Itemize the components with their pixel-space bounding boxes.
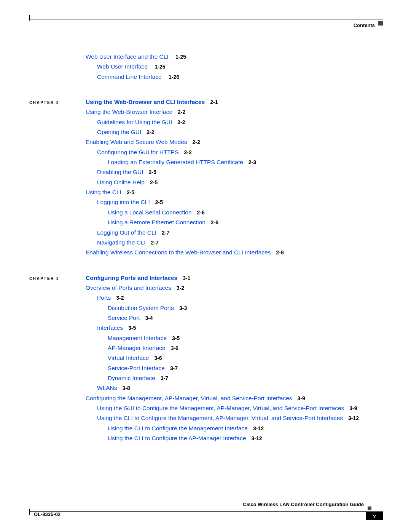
toc-link[interactable]: Opening the GUI [97,129,141,135]
toc-link[interactable]: Using a Remote Ethernet Connection [108,219,206,225]
toc-link[interactable]: Logging Out of the CLI [97,229,156,236]
toc-link[interactable]: Using the CLI to Configure the Managemen… [97,415,343,421]
toc-entry: Using the Web-Browser Interface2-2 [86,107,383,117]
chapter-heading-row: CHAPTER 3 Configuring Ports and Interfac… [29,273,383,283]
header-section-label: Contents [354,21,375,30]
page-ref: 3-7 [170,365,178,371]
toc-entry: Logging into the CLI2-5 [97,197,383,207]
toc-link[interactable]: Using a Local Serial Connection [108,209,192,216]
page-ref: 2-5 [155,199,163,205]
chapter-3-items: Overview of Ports and Interfaces3-2Ports… [29,283,383,444]
toc-link[interactable]: Enabling Wireless Connections to the Web… [86,249,271,256]
page-ref: 2-7 [151,240,159,246]
toc-link[interactable]: Using Online Help [97,179,145,185]
footer-tick [29,509,30,515]
header-rule [29,19,383,19]
toc-link[interactable]: Ports [97,294,111,301]
toc-link[interactable]: Service-Port Interface [108,365,165,371]
chapter-2-items: Using the Web-Browser Interface2-2Guidel… [29,107,383,257]
toc-entry: Virtual Interface3-6 [108,353,383,363]
page-ref: 3-2 [177,285,184,291]
toc-entry: WLANs3-8 [97,383,383,393]
toc-link[interactable]: Service Port [108,315,140,321]
page-ref: 3-5 [128,325,136,331]
page-ref: 3-1 [183,274,190,283]
toc-entry: Disabling the GUI2-5 [97,167,383,177]
toc-link[interactable]: Guidelines for Using the GUI [97,119,172,125]
toc-link[interactable]: Configuring the GUI for HTTPS [97,149,179,155]
page-ref: 3-9 [349,405,357,411]
page-ref: 2-1 [210,98,218,107]
toc-entry: Using a Local Serial Connection2-6 [108,208,383,217]
toc-link[interactable]: Using the Web-Browser Interface [86,109,172,115]
footer-guide-title: Cisco Wireless LAN Controller Configurat… [243,500,364,509]
toc-entry: Opening the GUI2-2 [97,127,383,137]
toc-link[interactable]: Interfaces [97,324,123,331]
toc-entry: Web User Interface 1-25 [97,62,383,72]
toc-link[interactable]: Web User Interface and the CLI [86,53,169,60]
toc-entry: Using the CLI to Configure the Managemen… [108,423,383,433]
toc-link[interactable]: WLANs [97,385,117,391]
toc-link[interactable]: Web User Interface [97,63,148,70]
page-ref: 1-25 [175,54,186,60]
page-ref: 3-4 [145,315,153,321]
toc-entry: Using a Remote Ethernet Connection2-6 [108,217,383,227]
toc-entry: Ports3-2 [97,293,383,303]
page-ref: 3-9 [298,395,305,401]
toc-link[interactable]: Overview of Ports and Interfaces [86,284,171,291]
toc-entry: Guidelines for Using the GUI2-2 [97,117,383,127]
toc-link[interactable]: Dynamic Interface [108,375,155,381]
toc-link[interactable]: Using the CLI to Configure the AP-Manage… [108,435,246,441]
toc-link[interactable]: Logging into the CLI [97,199,150,205]
footer-rule [29,511,383,512]
chapter-title-link[interactable]: Using the Web-Browser and CLI Interfaces [86,97,205,107]
toc-link[interactable]: Using the CLI to Configure the Managemen… [108,425,248,431]
page-ref: 3-12 [252,435,262,441]
page-ref: 3-6 [154,355,162,361]
page-ref: 2-6 [197,209,205,216]
page-number-box: v [366,512,383,520]
toc-link[interactable]: Distribution System Ports [108,305,174,311]
page-ref: 1-26 [169,74,179,80]
page-ref: 2-6 [211,219,218,225]
toc-link[interactable]: Disabling the GUI [97,169,143,175]
toc-link[interactable]: Virtual Interface [108,355,149,361]
toc-link[interactable]: AP-Manager Interface [108,345,166,351]
toc-content: Web User Interface and the CLI 1-25 Web … [29,52,383,443]
toc-entry: Configuring the Management, AP-Manager, … [86,393,383,403]
toc-link[interactable]: Configuring the Management, AP-Manager, … [86,395,292,401]
page-ref: 2-2 [184,149,192,155]
toc-entry: Logging Out of the CLI2-7 [97,228,383,238]
page-ref: 2-2 [178,109,185,115]
toc-link[interactable]: Loading an Externally Generated HTTPS Ce… [108,159,243,165]
toc-entry: Loading an Externally Generated HTTPS Ce… [108,157,383,167]
page-ref: 2-5 [150,179,158,185]
toc-entry: Using the CLI2-5 [86,187,383,197]
toc-entry: Configuring the GUI for HTTPS2-2 [97,147,383,157]
page-ref: 3-5 [172,335,180,341]
footer-doc-code: OL-8335-02 [34,510,61,519]
chapter-title-link[interactable]: Configuring Ports and Interfaces [86,273,177,283]
toc-entry: Service-Port Interface3-7 [108,363,383,373]
toc-entry: Using the CLI to Configure the AP-Manage… [108,433,383,443]
toc-link[interactable]: Navigating the CLI [97,239,146,246]
toc-entry: Management Interface3-5 [108,333,383,343]
toc-entry: Distribution System Ports3-3 [108,303,383,313]
toc-entry: Command Line Interface 1-26 [97,72,383,82]
page-ref: 2-8 [276,249,284,256]
page-ref: 2-2 [177,119,185,125]
toc-link[interactable]: Command Line Interface [97,73,162,80]
header-marker-icon [378,21,383,26]
toc-link[interactable]: Enabling Web and Secure Web Modes [86,139,187,145]
page-ref: 2-2 [193,139,200,145]
toc-entry: Enabling Web and Secure Web Modes2-2 [86,137,383,147]
page-ref: 2-5 [148,169,156,175]
chapter-label: CHAPTER 2 [29,99,86,106]
page-ref: 1-25 [155,64,166,70]
page-ref: 2-5 [127,189,134,195]
toc-link[interactable]: Using the GUI to Configure the Managemen… [97,405,344,411]
toc-link[interactable]: Using the CLI [86,189,121,195]
toc-link[interactable]: Management Interface [108,335,167,341]
toc-entry: Service Port3-4 [108,313,383,323]
page-ref: 3-12 [348,415,359,421]
